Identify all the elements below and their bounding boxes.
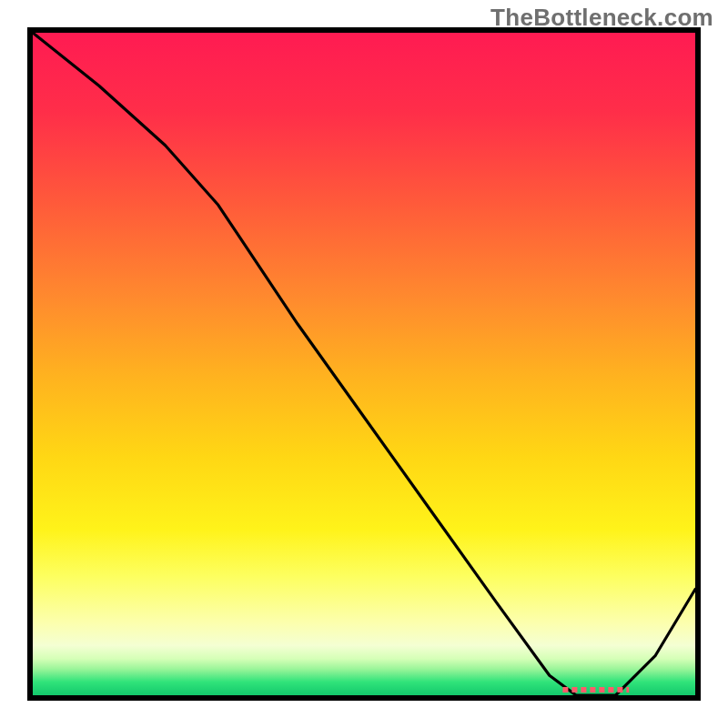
curve-line <box>33 33 695 695</box>
plot-area <box>27 27 701 701</box>
chart-container: TheBottleneck.com <box>0 0 728 728</box>
bottleneck-curve <box>33 33 695 695</box>
